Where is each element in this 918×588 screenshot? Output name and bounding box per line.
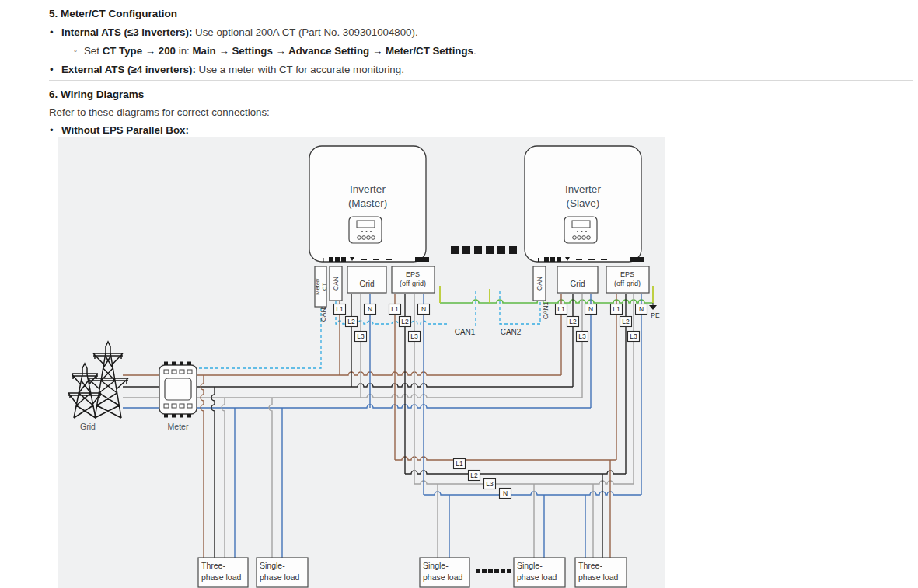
svg-text:phase load: phase load [517, 572, 557, 582]
inverter-master: Inverter(Master) [309, 146, 429, 262]
bullet-marker: ◦ [74, 46, 84, 55]
svg-text:phase load: phase load [423, 572, 463, 582]
bullet-marker: • [50, 124, 61, 136]
text-run: External ATS (≥4 inverters): [61, 64, 196, 75]
inverter-slave: Inverter(Slave) [525, 146, 644, 262]
text-run: Set [84, 45, 103, 57]
svg-text:L2: L2 [347, 318, 355, 325]
svg-text:(Slave): (Slave) [567, 197, 600, 209]
svg-text:phase load: phase load [260, 572, 300, 582]
svg-text:CAN1: CAN1 [455, 328, 476, 336]
svg-text:L2: L2 [401, 318, 409, 325]
svg-text:CAN: CAN [332, 277, 340, 291]
svg-text:Grid: Grid [80, 422, 96, 431]
svg-text:phase load: phase load [201, 572, 242, 582]
load-ellipsis [476, 569, 511, 573]
svg-text:L3: L3 [357, 332, 365, 340]
svg-text:(off-grid): (off-grid) [614, 280, 641, 287]
svg-text:N: N [639, 305, 644, 313]
bullet-marker: • [50, 64, 61, 75]
section6-heading: 6. Wiring Diagrams [49, 89, 144, 100]
svg-text:EPS: EPS [406, 270, 420, 278]
svg-text:(Master): (Master) [348, 197, 387, 209]
svg-text:Three-: Three- [578, 561, 602, 570]
svg-text:L2: L2 [470, 471, 478, 479]
inverter-ellipsis [451, 246, 517, 254]
text-run: in: [176, 45, 192, 57]
text-run: . [473, 45, 476, 57]
terminal-labels: L1NL2L3L1NL2L3L1NL2L3L1NL2L3L1L2L3N [334, 304, 647, 499]
section5-heading: 5. Meter/CT Configuration [49, 8, 177, 19]
meter: Meter [159, 362, 197, 432]
bullet-without-eps-box: •Without EPS Parallel Box: [50, 124, 189, 136]
svg-text:EPS: EPS [620, 270, 634, 278]
svg-text:Inverter: Inverter [565, 183, 601, 195]
svg-text:Inverter: Inverter [350, 183, 386, 195]
svg-text:CAN1: CAN1 [542, 301, 550, 319]
svg-text:L1: L1 [456, 460, 463, 468]
grid-towers: Grid [68, 342, 128, 431]
svg-text:L3: L3 [410, 332, 418, 340]
svg-text:Single-: Single- [423, 561, 449, 570]
text-run: Use a meter with CT for accurate monitor… [196, 64, 404, 75]
svg-text:Grid: Grid [571, 280, 585, 288]
svg-text:L3: L3 [578, 332, 586, 340]
wiring-diagram-canvas: PECAN1CAN2CAN2CAN1L1NL2L3L1NL2L3L1NL2L3L… [58, 137, 665, 588]
document-page: 5. Meter/CT Configuration •Internal ATS … [0, 0, 918, 588]
svg-text:CAN: CAN [536, 277, 543, 291]
wiring-intro: Refer to these diagrams for correct conn… [49, 106, 270, 118]
svg-text:PE: PE [651, 311, 660, 319]
svg-text:N: N [588, 305, 593, 313]
svg-text:Grid: Grid [360, 280, 375, 288]
svg-text:L1: L1 [557, 305, 565, 313]
text-run: Internal ATS (≤3 inverters): [61, 26, 192, 38]
svg-text:phase load: phase load [578, 572, 619, 582]
text-run: Without EPS Parallel Box: [61, 124, 189, 136]
svg-text:L2: L2 [569, 318, 577, 325]
svg-text:N: N [368, 305, 372, 313]
bullet-marker: • [50, 26, 61, 38]
svg-text:L3: L3 [630, 332, 637, 340]
svg-text:Three-: Three- [201, 561, 225, 570]
bullet-external-ats: •External ATS (≥4 inverters): Use a mete… [50, 64, 404, 75]
svg-text:Single-: Single- [260, 561, 285, 570]
svg-text:L2: L2 [622, 318, 630, 325]
ground-symbol [649, 305, 657, 310]
svg-text:(off-grid): (off-grid) [400, 280, 426, 287]
bullet-internal-ats: •Internal ATS (≤3 inverters): Use option… [50, 26, 418, 38]
load-boxes: Three-phase loadSingle-phase loadSingle-… [198, 558, 627, 587]
svg-text:Single-: Single- [517, 561, 543, 570]
svg-text:L3: L3 [486, 480, 494, 488]
text-run: Use optional 200A CT (Part No. 309301004… [192, 26, 417, 38]
svg-text:N: N [421, 305, 426, 313]
text-run: CT Type → 200 [103, 45, 176, 57]
svg-text:N: N [503, 489, 508, 497]
svg-text:Meter: Meter [168, 422, 189, 431]
power-wires [123, 294, 641, 558]
svg-text:CAN2: CAN2 [501, 328, 522, 336]
section-divider [49, 80, 913, 81]
bullet-ct-type-setting: ◦Set CT Type → 200 in: Main → Settings →… [74, 45, 476, 57]
svg-text:L1: L1 [613, 305, 620, 313]
port-boxes: Meter/CTCANGridEPS(off-grid)CANGridEPS(o… [314, 266, 649, 307]
svg-text:L1: L1 [391, 305, 399, 313]
text-run: Main → Settings → Advance Setting → Mete… [192, 45, 473, 57]
svg-text:L1: L1 [336, 305, 344, 313]
